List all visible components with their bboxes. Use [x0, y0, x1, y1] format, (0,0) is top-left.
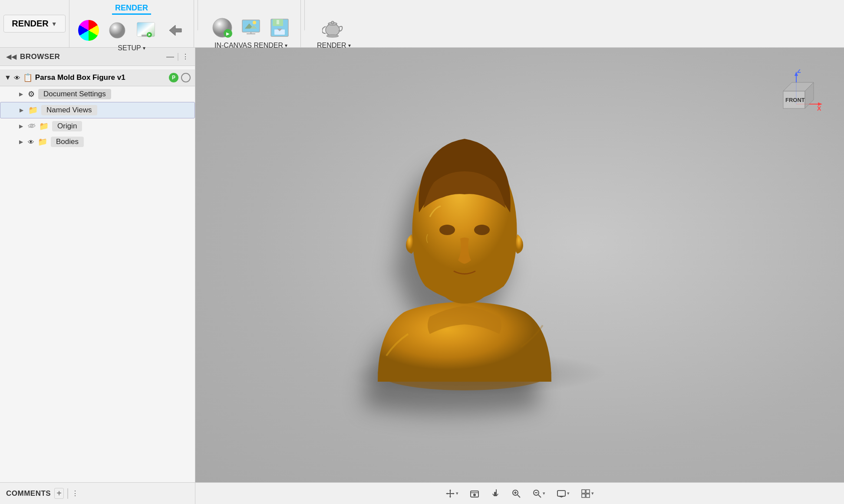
tree-item-origin[interactable]: 📁 Origin [0, 118, 195, 134]
svg-rect-17 [277, 20, 279, 24]
color-wheel-icon[interactable] [76, 18, 101, 43]
svg-marker-39 [449, 496, 451, 498]
sidebar-collapse-arrow[interactable]: ◀◀ [6, 52, 16, 61]
svg-point-22 [326, 35, 339, 37]
document-settings-arrow[interactable] [17, 91, 24, 98]
svg-point-13 [253, 21, 256, 24]
svg-rect-55 [582, 490, 585, 493]
svg-rect-57 [582, 494, 585, 497]
comments-section: COMMENTS + ⋮ [0, 483, 195, 504]
origin-label: Origin [52, 121, 82, 131]
main-area: ◀◀ BROWSER — ⋮ ▼ 👁 📋 Parsa Mold Box Figu… [0, 48, 844, 482]
gear-icon: ⚙ [28, 89, 35, 99]
named-views-label: Named Views [41, 105, 97, 115]
svg-rect-58 [586, 494, 590, 497]
play-overlay: ▶ [224, 29, 232, 38]
origin-arrow[interactable] [17, 123, 24, 130]
back-arrow-icon[interactable] [162, 18, 187, 43]
root-collapse-arrow[interactable]: ▼ [4, 74, 11, 82]
svg-text:X: X [817, 105, 821, 112]
origin-folder-icon: 📁 [39, 121, 49, 131]
setup-label[interactable]: SETUP ▾ [118, 44, 145, 52]
zoom-options-dropdown-arrow: ▾ [543, 491, 545, 496]
sidebar: ◀◀ BROWSER — ⋮ ▼ 👁 📋 Parsa Mold Box Figu… [0, 48, 195, 482]
svg-rect-21 [331, 21, 334, 24]
svg-marker-38 [449, 489, 451, 491]
navigate-tool-button[interactable]: ▾ [442, 487, 462, 501]
orientation-cube[interactable]: Z X FRONT [770, 69, 822, 121]
grid-button[interactable]: ▾ [577, 487, 598, 501]
sidebar-title: BROWSER [20, 52, 60, 61]
teapot-icon[interactable] [322, 16, 346, 40]
render-sphere-icon[interactable] [105, 18, 129, 43]
bottom-toolbar: COMMENTS + ⋮ ▾ [0, 482, 844, 504]
3d-figure [343, 104, 586, 399]
svg-point-0 [109, 23, 125, 38]
sidebar-minimize-icon[interactable]: — [166, 52, 174, 61]
svg-rect-56 [586, 490, 590, 493]
save-render-icon[interactable] [267, 16, 292, 40]
sidebar-header: ◀◀ BROWSER — ⋮ [0, 48, 195, 66]
comments-label: COMMENTS [6, 489, 51, 498]
main-toolbar: RENDER ▼ RENDER [0, 0, 844, 48]
pan-tool-button[interactable] [487, 487, 504, 501]
svg-marker-6 [169, 25, 181, 36]
named-views-folder-icon: 📁 [28, 105, 38, 115]
bodies-arrow[interactable] [17, 138, 24, 145]
svg-rect-52 [557, 491, 565, 496]
project-root-item[interactable]: ▼ 👁 📋 Parsa Mold Box Figure v1 P [0, 69, 195, 86]
project-name: Parsa Mold Box Figure v1 [35, 73, 166, 82]
in-canvas-play-icon[interactable]: ▶ [210, 16, 234, 40]
circle-badge [181, 73, 191, 82]
bottom-collapse-icon[interactable]: ⋮ [72, 489, 79, 497]
active-tab-label: RENDER [112, 3, 151, 15]
tree-item-bodies[interactable]: 👁 📁 Bodies [0, 134, 195, 150]
zoom-button[interactable] [508, 487, 525, 501]
svg-point-44 [473, 494, 476, 496]
setup-dropdown-arrow: ▾ [143, 45, 145, 51]
browser-tree: ▼ 👁 📋 Parsa Mold Box Figure v1 P ⚙ Docum… [0, 66, 195, 153]
canvas-area[interactable]: Z X FRONT [195, 48, 844, 482]
render-button[interactable]: RENDER ▼ [3, 15, 65, 33]
render-button-section: RENDER ▼ [0, 0, 69, 47]
display-mode-dropdown-arrow: ▾ [567, 491, 570, 496]
sidebar-divider [178, 53, 178, 61]
display-mode-button[interactable]: ▾ [553, 487, 574, 501]
bodies-label: Bodies [51, 137, 84, 147]
viewport-tools: ▾ [195, 487, 844, 501]
sidebar-header-right: — ⋮ [166, 52, 189, 61]
tree-item-document-settings[interactable]: ⚙ Document Settings [0, 86, 195, 102]
navigate-dropdown-arrow: ▾ [456, 491, 458, 496]
svg-point-19 [326, 24, 340, 36]
render-dropdown-arrow: ▼ [51, 20, 57, 27]
bodies-eye-icon[interactable]: 👁 [28, 138, 34, 146]
bottom-divider [67, 488, 68, 499]
svg-point-27 [474, 225, 490, 235]
grid-dropdown-arrow: ▾ [591, 491, 594, 496]
fit-view-button[interactable] [466, 487, 483, 501]
svg-line-50 [538, 495, 541, 497]
svg-text:FRONT: FRONT [785, 97, 805, 103]
render-button-label: RENDER [12, 19, 48, 29]
tree-item-named-views[interactable]: 📁 Named Views [0, 102, 195, 118]
zoom-options-button[interactable]: ▾ [528, 487, 549, 501]
document-settings-label: Document Settings [38, 89, 111, 99]
svg-point-26 [439, 225, 455, 235]
svg-rect-2 [137, 23, 155, 36]
sidebar-header-left: ◀◀ BROWSER [6, 52, 60, 61]
named-views-arrow[interactable] [18, 107, 25, 114]
bodies-folder-icon: 📁 [38, 137, 47, 147]
root-folder-icon: 📋 [23, 73, 33, 82]
sidebar-resize-icon[interactable]: ⋮ [182, 52, 189, 61]
root-visibility-icon[interactable]: 👁 [14, 74, 20, 82]
origin-eye-hidden-icon[interactable] [28, 123, 36, 130]
svg-text:Z: Z [797, 69, 801, 74]
image-render-icon[interactable] [134, 18, 158, 43]
monitor-render-icon[interactable] [239, 16, 263, 40]
svg-marker-40 [446, 493, 448, 494]
svg-line-46 [518, 495, 520, 497]
green-badge: P [169, 73, 178, 82]
add-comment-button[interactable]: + [54, 488, 64, 499]
svg-marker-41 [453, 493, 455, 494]
